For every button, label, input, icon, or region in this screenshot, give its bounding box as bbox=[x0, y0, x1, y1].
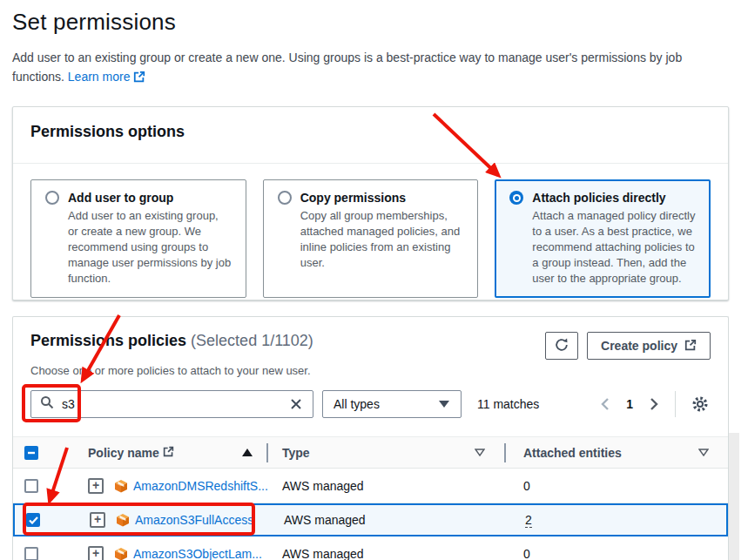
permissions-options-title: Permissions options bbox=[30, 123, 185, 140]
set-permissions-page: Set permissions Add user to an existing … bbox=[0, 0, 748, 560]
search-icon bbox=[40, 395, 54, 413]
policy-type: AWS managed bbox=[282, 547, 364, 560]
option-card-add-user-to-group[interactable]: Add user to group Add user to an existin… bbox=[30, 179, 246, 298]
radio-attach-policies-directly[interactable] bbox=[509, 191, 523, 205]
option-card-label: Add user to group bbox=[68, 191, 173, 205]
managed-policy-icon bbox=[116, 513, 130, 527]
table-header-row: Policy name Type Attached entities bbox=[13, 436, 728, 469]
policy-name-link[interactable]: AmazonDMSRedshiftS... bbox=[133, 479, 268, 493]
permission-option-cards: Add user to group Add user to an existin… bbox=[13, 164, 728, 315]
chevron-right-icon[interactable] bbox=[647, 396, 661, 412]
managed-policy-icon bbox=[114, 547, 128, 560]
caret-down-icon bbox=[438, 397, 450, 411]
indeterminate-icon bbox=[27, 446, 36, 460]
policies-table: Policy name Type Attached entities bbox=[13, 436, 728, 560]
option-card-description: Copy all group memberships, attached man… bbox=[300, 208, 464, 271]
permissions-policies-subtitle: Choose one or more policies to attach to… bbox=[30, 364, 711, 377]
policy-name-link[interactable]: AmazonS3FullAccess bbox=[135, 513, 253, 527]
radio-add-user-to-group[interactable] bbox=[45, 191, 59, 205]
create-policy-button[interactable]: Create policy bbox=[587, 332, 711, 360]
permissions-policies-panel: Permissions policies (Selected 1/1102) C… bbox=[12, 316, 729, 560]
sort-ascending-icon[interactable] bbox=[242, 449, 259, 456]
check-icon bbox=[29, 513, 38, 527]
refresh-icon bbox=[554, 337, 569, 355]
policy-search-box[interactable] bbox=[30, 390, 313, 418]
attached-entities-link[interactable]: 2 bbox=[525, 513, 532, 528]
option-card-copy-permissions[interactable]: Copy permissions Copy all group membersh… bbox=[263, 179, 479, 298]
policy-type: AWS managed bbox=[284, 513, 366, 527]
policy-name-link[interactable]: AmazonS3ObjectLam... bbox=[133, 547, 262, 560]
row-checkbox-checked[interactable] bbox=[26, 513, 40, 527]
table-row[interactable]: + AmazonDMSRedshiftS... AWS managed 0 bbox=[13, 469, 728, 503]
option-card-description: Add user to an existing group, or create… bbox=[68, 208, 232, 287]
permissions-options-header: Permissions options bbox=[13, 107, 728, 164]
policies-controls: All types 11 matches 1 bbox=[30, 390, 711, 418]
policy-type: AWS managed bbox=[282, 479, 364, 493]
table-row-selected[interactable]: + AmazonS3FullAccess AWS managed 2 bbox=[13, 503, 728, 536]
expand-plus-icon[interactable]: + bbox=[88, 546, 104, 560]
learn-more-link[interactable]: Learn more bbox=[68, 70, 131, 84]
current-page[interactable]: 1 bbox=[624, 397, 635, 411]
page-title: Set permissions bbox=[12, 9, 709, 36]
chevron-left-icon[interactable] bbox=[598, 396, 612, 412]
divider bbox=[675, 391, 676, 417]
refresh-button[interactable] bbox=[545, 332, 578, 360]
option-card-description: Attach a managed policy directly to a us… bbox=[532, 208, 696, 287]
permissions-policies-title: Permissions policies (Selected 1/1102) bbox=[30, 332, 313, 349]
external-link-icon bbox=[163, 446, 174, 460]
row-checkbox[interactable] bbox=[24, 547, 38, 560]
option-card-attach-policies-directly[interactable]: Attach policies directly Attach a manage… bbox=[495, 179, 711, 298]
column-attached-entities[interactable]: Attached entities bbox=[523, 446, 622, 460]
gear-icon[interactable] bbox=[690, 394, 711, 415]
pagination: 1 bbox=[598, 391, 711, 417]
option-card-label: Copy permissions bbox=[300, 191, 406, 205]
sort-default-icon[interactable] bbox=[698, 449, 716, 456]
row-checkbox[interactable] bbox=[24, 479, 38, 493]
attached-entities-value: 0 bbox=[523, 479, 530, 493]
table-scrollbar[interactable] bbox=[729, 433, 739, 560]
radio-copy-permissions[interactable] bbox=[278, 191, 292, 205]
clear-search-icon[interactable] bbox=[288, 396, 304, 412]
managed-policy-icon bbox=[114, 479, 128, 493]
permissions-options-panel: Permissions options Add user to group Ad… bbox=[12, 106, 729, 300]
external-link-icon bbox=[133, 69, 145, 88]
attached-entities-value: 0 bbox=[523, 547, 530, 560]
external-link-icon bbox=[684, 339, 697, 354]
search-input[interactable] bbox=[62, 397, 288, 411]
page-description: Add user to an existing group or create … bbox=[12, 48, 691, 88]
option-card-label: Attach policies directly bbox=[532, 191, 665, 205]
page-header: Set permissions Add user to an existing … bbox=[12, 9, 709, 88]
column-policy-name[interactable]: Policy name bbox=[88, 446, 159, 460]
divider bbox=[504, 443, 506, 462]
expand-plus-icon[interactable]: + bbox=[88, 478, 104, 494]
type-filter-value: All types bbox=[334, 397, 380, 411]
matches-count: 11 matches bbox=[477, 397, 539, 411]
selected-count: (Selected 1/1102) bbox=[191, 332, 313, 349]
sort-default-icon[interactable] bbox=[475, 449, 492, 456]
select-all-checkbox[interactable] bbox=[24, 446, 38, 460]
expand-plus-icon[interactable]: + bbox=[90, 512, 105, 528]
type-filter-dropdown[interactable]: All types bbox=[322, 390, 462, 418]
column-type[interactable]: Type bbox=[282, 446, 310, 460]
table-row[interactable]: + AmazonS3ObjectLam... AWS managed 0 bbox=[13, 536, 728, 560]
